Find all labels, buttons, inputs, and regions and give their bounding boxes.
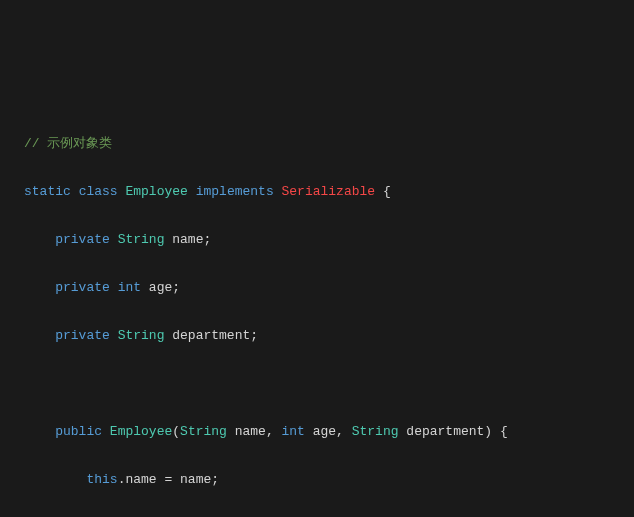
identifier: age;	[141, 280, 180, 295]
comment: // 示例对象类	[24, 136, 112, 151]
type-name: String	[180, 424, 227, 439]
statement: .name = name;	[118, 472, 219, 487]
keyword: class	[79, 184, 118, 199]
paren: (	[172, 424, 180, 439]
code-line: public Employee(String name, int age, St…	[4, 420, 630, 444]
code-line: this.name = name;	[4, 468, 630, 492]
type-name: Employee	[125, 184, 187, 199]
identifier: name;	[164, 232, 211, 247]
code-line	[4, 372, 630, 396]
type-name: String	[352, 424, 399, 439]
identifier: department;	[164, 328, 258, 343]
code-editor[interactable]: // 示例对象类 static class Employee implement…	[4, 108, 630, 517]
type-name: Serializable	[282, 184, 376, 199]
keyword: this	[86, 472, 117, 487]
code-line: private String department;	[4, 324, 630, 348]
code-line: static class Employee implements Seriali…	[4, 180, 630, 204]
brace: {	[375, 184, 391, 199]
code-line: private String name;	[4, 228, 630, 252]
keyword: static	[24, 184, 71, 199]
keyword: public	[55, 424, 102, 439]
type-name: String	[118, 232, 165, 247]
keyword: private	[55, 232, 110, 247]
identifier: name,	[227, 424, 282, 439]
code-line: private int age;	[4, 276, 630, 300]
identifier: department) {	[399, 424, 508, 439]
keyword: int	[118, 280, 141, 295]
code-line: // 示例对象类	[4, 132, 630, 156]
identifier: age,	[305, 424, 352, 439]
keyword: private	[55, 328, 110, 343]
keyword: int	[282, 424, 305, 439]
type-name: String	[118, 328, 165, 343]
keyword: implements	[196, 184, 274, 199]
keyword: private	[55, 280, 110, 295]
type-name: Employee	[110, 424, 172, 439]
